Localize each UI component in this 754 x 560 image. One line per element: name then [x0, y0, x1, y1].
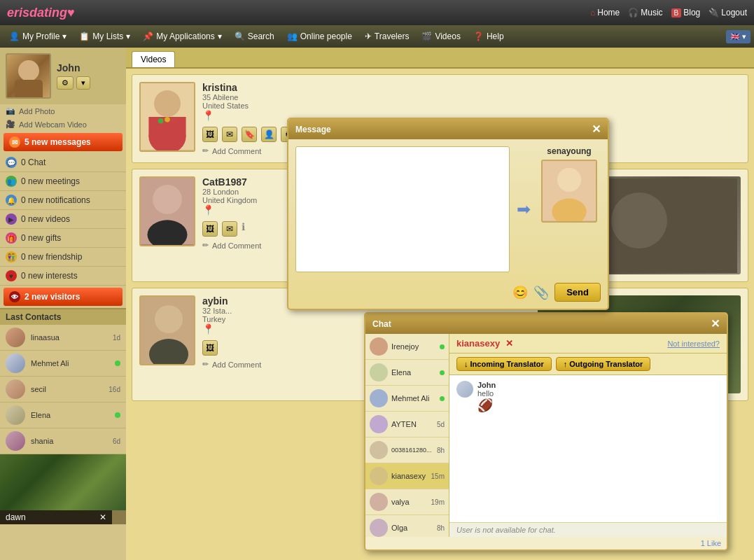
- interests-notification[interactable]: ♥ 0 new interests: [0, 267, 126, 286]
- chat-notification[interactable]: 💬 0 Chat: [0, 153, 126, 172]
- nav-help[interactable]: ❓ Help: [468, 29, 510, 44]
- chat-dialog-close-btn[interactable]: ✕: [711, 317, 720, 330]
- contact-item[interactable]: secil 16d: [0, 377, 126, 402]
- blog-link[interactable]: B Blog: [671, 8, 701, 18]
- home-link[interactable]: ⌂ Home: [590, 8, 620, 18]
- kristina-name[interactable]: kristina: [202, 82, 741, 93]
- add-photo-icon: 📷: [6, 106, 15, 115]
- message-input[interactable]: [295, 146, 510, 272]
- contact-item[interactable]: Mehmet Ali: [0, 351, 126, 377]
- settings-button[interactable]: ⚙: [57, 76, 74, 90]
- video-icon: ▶: [6, 214, 17, 225]
- chat-icon: 💬: [6, 157, 17, 168]
- contact-item[interactable]: linaasua 1d: [0, 325, 126, 351]
- tab-videos[interactable]: Videos: [132, 51, 175, 67]
- post-avatar-catb: [139, 176, 195, 246]
- logout-link[interactable]: 🔌 Logout: [708, 8, 747, 18]
- nav-my-profile[interactable]: 👤 My Profile ▾: [4, 29, 72, 44]
- chat-message: John hello 🏈: [456, 381, 720, 413]
- nav-online-people[interactable]: 👥 Online people: [281, 29, 358, 44]
- videos-label: 0 new videos: [21, 214, 70, 224]
- meetings-icon: 👥: [6, 176, 17, 187]
- logo[interactable]: erisdating♥: [7, 6, 75, 20]
- contact-time: 16d: [109, 386, 120, 393]
- music-link[interactable]: 🎧 Music: [628, 8, 662, 18]
- visitors-notification[interactable]: 👁 2 new visitors: [4, 288, 123, 306]
- location-pin-2: 📍: [202, 204, 214, 216]
- chat-contact-phone[interactable]: 0038161280... 8h: [365, 438, 449, 463]
- chat-contact-elena[interactable]: Elena: [365, 360, 449, 386]
- contact-avatar: [6, 405, 25, 425]
- like-btn[interactable]: 1 Like: [701, 539, 721, 547]
- chat-contact-avatar: [370, 519, 388, 537]
- videos-notification[interactable]: ▶ 0 new videos: [0, 210, 126, 229]
- nav-my-applications[interactable]: 📌 My Applications ▾: [137, 29, 227, 44]
- message-dialog-close-btn[interactable]: ✕: [592, 122, 601, 136]
- chat-dialog-header: Chat ✕: [365, 314, 727, 334]
- bookmark-btn[interactable]: 🔖: [242, 127, 257, 142]
- incoming-translator-btn[interactable]: ↓ Incoming Translator: [456, 357, 552, 371]
- lists-icon: 📋: [79, 31, 90, 41]
- blog-label: Blog: [683, 8, 700, 18]
- svg-point-8: [153, 185, 182, 214]
- emoji-button[interactable]: 😊: [512, 285, 528, 300]
- dawn-section: dawn ✕: [0, 454, 126, 524]
- aybin-album-btn[interactable]: 🖼: [202, 340, 218, 356]
- language-selector[interactable]: 🇬🇧 ▾: [726, 30, 750, 43]
- add-webcam-button[interactable]: 🎥 Add Webcam Video: [0, 118, 126, 131]
- catb-album-btn[interactable]: 🖼: [202, 221, 218, 237]
- left-sidebar: John ⚙ ▾ 📷 Add Photo 🎥 Add Webcam Video …: [0, 48, 126, 560]
- contact-name: secil: [31, 385, 103, 393]
- nav-search[interactable]: 🔍 Search: [229, 29, 280, 44]
- home-label: Home: [597, 8, 620, 18]
- settings-dropdown[interactable]: ▾: [76, 76, 90, 90]
- outgoing-translator-btn[interactable]: ↑ Outgoing Translator: [556, 357, 651, 371]
- music-icon: 🎧: [628, 8, 638, 18]
- meetings-notification[interactable]: 👥 0 new meetings: [0, 172, 126, 191]
- kristina-details: 35 Abilene: [202, 93, 741, 102]
- notifications-label: 0 new notifications: [21, 195, 90, 205]
- contact-avatar: [6, 431, 25, 451]
- svg-point-1: [154, 90, 181, 117]
- gifts-notification[interactable]: 🎁 0 new gifts: [0, 229, 126, 248]
- attach-button[interactable]: 📎: [533, 285, 549, 300]
- chat-contact-irenejoy[interactable]: Irenejoy: [365, 334, 449, 360]
- contact-item[interactable]: Elena: [0, 402, 126, 428]
- chat-main-panel: kianasexy ✕ Not interested? ↓ Incoming T…: [449, 334, 727, 537]
- help-icon: ❓: [473, 31, 484, 41]
- message-btn[interactable]: ✉: [222, 127, 237, 142]
- chat-contact-olga[interactable]: Olga 8h: [365, 515, 449, 537]
- nav-videos[interactable]: 🎬 Videos: [416, 29, 466, 44]
- user-btn[interactable]: 👤: [261, 127, 277, 142]
- chat-contact-kianasexy[interactable]: kianasexy 15m: [365, 463, 449, 489]
- nav-travelers[interactable]: ✈ Travelers: [359, 29, 415, 44]
- nav-my-lists[interactable]: 📋 My Lists ▾: [74, 29, 136, 44]
- send-message-button[interactable]: Send: [554, 283, 601, 302]
- chat-contact-mehmetali[interactable]: Mehmet Ali: [365, 386, 449, 412]
- dawn-close-btn[interactable]: ✕: [99, 512, 106, 522]
- not-interested-btn[interactable]: Not interested?: [667, 340, 720, 348]
- chat-contact-valya[interactable]: valya 19m: [365, 489, 449, 515]
- contact-item[interactable]: shania 6d: [0, 428, 126, 454]
- location-pin: 📍: [202, 110, 214, 121]
- logout-icon: 🔌: [708, 8, 719, 18]
- friendship-notification[interactable]: 👫 0 new friendship: [0, 248, 126, 267]
- friendship-icon: 👫: [6, 251, 17, 262]
- view-profile-btn[interactable]: 🖼: [202, 127, 218, 142]
- message-dialog-footer: 😊 📎 Send: [288, 279, 608, 309]
- kristina-avatar-image: [141, 83, 194, 150]
- travelers-icon: ✈: [365, 31, 372, 41]
- contact-avatar: [6, 379, 25, 399]
- chat-contact-ayten[interactable]: AYTEN 5d: [365, 412, 449, 438]
- meetings-label: 0 new meetings: [21, 176, 80, 186]
- add-photo-button[interactable]: 📷 Add Photo: [0, 104, 126, 118]
- notifications-notification[interactable]: 🔔 0 new notifications: [0, 191, 126, 210]
- chat-msg-emoji: 🏈: [477, 398, 496, 413]
- catb-message-btn[interactable]: ✉: [222, 221, 237, 237]
- messages-label: 5 new messages: [25, 137, 91, 147]
- tab-bar: Videos: [126, 48, 754, 69]
- new-messages-notification[interactable]: ✉ 5 new messages: [4, 133, 123, 151]
- message-dialog-body: ➡ senayoung: [288, 139, 608, 279]
- contact-name: linaasua: [31, 333, 107, 342]
- chat-contact-avatar: [370, 389, 388, 407]
